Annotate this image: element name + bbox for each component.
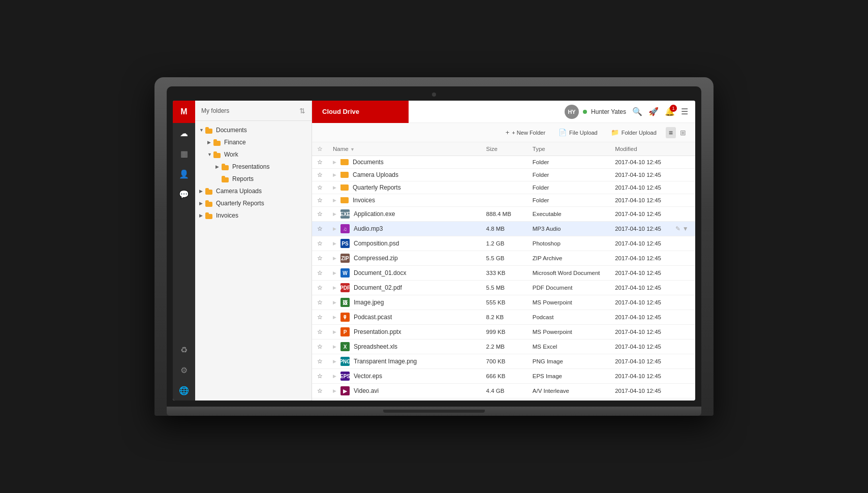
table-row[interactable]: ☆ ▶ Camera Uploads Folder 2017-04-10 12:… (312, 169, 695, 181)
new-folder-btn[interactable]: + + New Folder (502, 127, 549, 138)
table-row[interactable]: ☆ ▶ PDF Document_02.pdf 5.5 MB PDF Docum… (312, 281, 695, 295)
contacts-nav-icon[interactable]: 👤 (173, 164, 195, 184)
modified-cell: 2017-04-10 12:45 (610, 354, 670, 369)
file-name-container: ▶ W Document_01.docx (333, 268, 476, 278)
table-row[interactable]: ☆ ▶ Documents Folder 2017-04-10 12:45 (312, 156, 695, 169)
star-cell[interactable]: ☆ (312, 207, 328, 222)
expand-arrow: ▶ (333, 160, 336, 165)
grid-view-btn[interactable]: ⊞ (677, 127, 689, 138)
name-cell: ▶ Documents (328, 156, 481, 169)
type-cell: Executable (528, 207, 610, 222)
tree-sort-icon[interactable]: ⇅ (299, 107, 305, 115)
table-row[interactable]: ☆ ▶ ♫ Audio.mp3 4.8 MB MP3 Audio 2017-04… (312, 222, 695, 236)
size-cell: 888.4 MB (481, 207, 528, 222)
star-cell[interactable]: ☆ (312, 236, 328, 251)
table-row[interactable]: ☆ ▶ W Document_01.docx 333 KB Microsoft … (312, 266, 695, 281)
edit-action-btn[interactable]: ✎ (675, 225, 680, 232)
star-cell[interactable]: ☆ (312, 340, 328, 354)
cloud-drive-nav-icon[interactable]: ☁ (173, 123, 195, 143)
type-cell: MP3 Audio (528, 222, 610, 236)
table-row[interactable]: ☆ ▶ X Spreadsheet.xls 2.2 MB MS Excel 20… (312, 340, 695, 354)
star-cell[interactable]: ☆ (312, 295, 328, 310)
star-cell[interactable]: ☆ (312, 384, 328, 398)
name-cell: ▶ Camera Uploads (328, 169, 481, 181)
tree-arrow-invoices: ▶ (199, 213, 205, 218)
file-type-icon: PNG (340, 357, 350, 366)
info-icon[interactable]: 🌐 (173, 380, 195, 400)
star-cell[interactable]: ☆ (312, 310, 328, 325)
tree-item-finance[interactable]: ▶ Finance (195, 136, 312, 148)
star-cell[interactable]: ☆ (312, 369, 328, 384)
star-cell[interactable]: ☆ (312, 156, 328, 169)
modified-cell: 2017-04-10 12:45 (610, 369, 670, 384)
table-row[interactable]: ☆ ▶ 🎙 Podcast.pcast 8.2 KB Podcast 2017-… (312, 310, 695, 325)
tree-item-camera-uploads[interactable]: ▶ Camera Uploads (195, 185, 312, 197)
tree-item-presentations[interactable]: ▶ Presentations (195, 161, 312, 173)
more-action-btn[interactable]: ▼ (683, 225, 689, 232)
file-type-icon (340, 159, 349, 165)
table-row[interactable]: ☆ ▶ Quarterly Reports Folder 2017-04-10 … (312, 181, 695, 194)
folder-upload-label: Folder Upload (622, 130, 657, 136)
size-cell (481, 181, 528, 194)
folder-upload-btn[interactable]: 📁 Folder Upload (607, 127, 661, 138)
star-cell[interactable]: ☆ (312, 281, 328, 295)
file-name-label: Podcast.pcast (354, 314, 392, 321)
file-upload-btn[interactable]: 📄 File Upload (554, 127, 602, 138)
notification-icon-btn[interactable]: 🔔 1 (665, 107, 675, 116)
logo-button[interactable]: M (173, 101, 195, 123)
tree-label-reports: Reports (232, 175, 254, 182)
table-row[interactable]: ☆ ▶ PS Composition.psd 1.2 GB Photoshop … (312, 236, 695, 251)
star-cell[interactable]: ☆ (312, 325, 328, 340)
chat-nav-icon[interactable]: 💬 (173, 184, 195, 204)
expand-arrow: ▶ (333, 359, 336, 364)
file-type-icon (340, 172, 349, 178)
star-cell[interactable]: ☆ (312, 251, 328, 266)
star-cell[interactable]: ☆ (312, 354, 328, 369)
size-cell: 666 KB (481, 369, 528, 384)
search-icon-btn[interactable]: 🔍 (632, 107, 642, 116)
size-cell (481, 156, 528, 169)
file-name-container: ▶ 🖼 Image.jpeg (333, 298, 476, 307)
table-row[interactable]: ☆ ▶ ZIP Compressed.zip 5.5 GB ZIP Archiv… (312, 251, 695, 266)
folder-icon-work (213, 151, 222, 158)
star-cell[interactable]: ☆ (312, 222, 328, 236)
tree-item-work[interactable]: ▼ Work (195, 148, 312, 161)
expand-arrow: ▶ (333, 211, 336, 217)
star-cell[interactable]: ☆ (312, 194, 328, 207)
table-row[interactable]: ☆ ▶ EXE Application.exe 888.4 MB Executa… (312, 207, 695, 222)
tree-item-quarterly-reports[interactable]: ▶ Quarterly Reports (195, 197, 312, 209)
type-cell: Microsoft Word Document (528, 266, 610, 281)
avatar: HY (565, 105, 579, 119)
star-cell[interactable]: ☆ (312, 266, 328, 281)
col-name[interactable]: Name ▼ (328, 142, 481, 156)
settings-icon[interactable]: ⚙ (173, 360, 195, 380)
menu-icon-btn[interactable]: ☰ (681, 107, 688, 116)
rocket-icon-btn[interactable]: 🚀 (648, 107, 659, 116)
file-table-container: ☆ Name ▼ Size Type Modified (312, 142, 695, 400)
app-container: M ☁ ▦ 👤 💬 ♻ ⚙ 🌐 My folders ⇅ (173, 101, 695, 400)
expand-arrow: ▶ (333, 256, 336, 261)
modified-cell: 2017-04-10 12:45 (610, 207, 670, 222)
star-cell[interactable]: ☆ (312, 169, 328, 181)
star-cell[interactable]: ☆ (312, 181, 328, 194)
table-row[interactable]: ☆ ▶ PNG Transparent Image.png 700 KB PNG… (312, 354, 695, 369)
name-cell: ▶ 🎙 Podcast.pcast (328, 310, 481, 325)
username-label: Hunter Yates (591, 108, 626, 115)
table-row[interactable]: ☆ ▶ 🖼 Image.jpeg 555 KB MS Powerpoint 20… (312, 295, 695, 310)
tree-item-invoices[interactable]: ▶ Invoices (195, 209, 312, 222)
table-row[interactable]: ☆ ▶ Invoices Folder 2017-04-10 12:45 (312, 194, 695, 207)
folder-icon-camera (205, 188, 213, 195)
tree-item-reports[interactable]: Reports (195, 173, 312, 185)
table-row[interactable]: ☆ ▶ EPS Vector.eps 666 KB EPS Image 2017… (312, 369, 695, 384)
servers-nav-icon[interactable]: ▦ (173, 143, 195, 164)
table-row[interactable]: ☆ ▶ ▶ Video.avi 4.4 GB A/V Interleave 20… (312, 384, 695, 398)
col-star: ☆ (312, 142, 328, 156)
file-type-icon: W (340, 268, 350, 278)
list-view-btn[interactable]: ≡ (666, 127, 676, 138)
refresh-icon[interactable]: ♻ (173, 340, 195, 360)
expand-arrow: ▶ (333, 315, 336, 320)
file-type-icon: ♫ (340, 224, 350, 233)
table-row[interactable]: ☆ ▶ P Presentation.pptx 999 KB MS Powerp… (312, 325, 695, 340)
tree-item-documents[interactable]: ▼ Documents (195, 124, 312, 136)
file-type-icon: X (340, 342, 350, 351)
